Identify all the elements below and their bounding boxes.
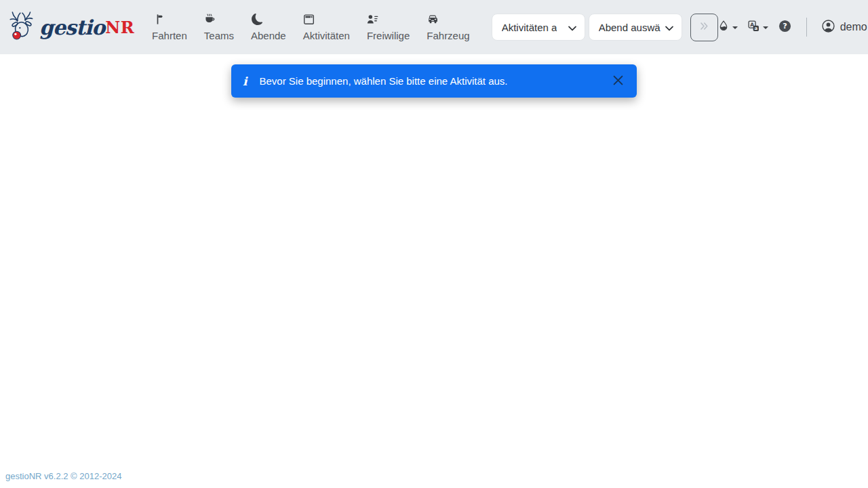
- language-dropdown[interactable]: A a: [748, 20, 768, 35]
- calendar-icon: [303, 14, 315, 26]
- help-button[interactable]: ?: [778, 20, 791, 35]
- nav-label: Aktivitäten: [303, 30, 350, 41]
- evening-select[interactable]: Abend auswä: [589, 14, 682, 41]
- activity-select[interactable]: Aktivitäten a: [492, 14, 585, 41]
- nav-item-freiwilige[interactable]: Freiwilige: [367, 14, 410, 41]
- footer-version-link[interactable]: gestioNR v6.2.2 © 2012-2024: [5, 471, 121, 481]
- svg-text:a: a: [754, 26, 757, 31]
- user-name: demo: [840, 21, 867, 33]
- alert-close-button[interactable]: [610, 73, 626, 90]
- nav-item-fahrten[interactable]: Fahrten: [152, 14, 187, 41]
- nav-label: Fahrzeug: [427, 30, 469, 41]
- nav-label: Teams: [204, 30, 234, 41]
- close-icon: [613, 75, 623, 87]
- nav-item-aktivitaeten[interactable]: Aktivitäten: [303, 14, 350, 41]
- chevron-down-icon: [568, 22, 576, 33]
- nav-item-teams[interactable]: Teams: [204, 14, 234, 41]
- nav-item-fahrzeug[interactable]: Fahrzeug: [427, 14, 469, 41]
- brand-logo-home[interactable]: gestio NR: [8, 10, 134, 44]
- person-circle-icon: [822, 20, 835, 35]
- main-navigation: Fahrten Teams: [152, 14, 470, 41]
- double-chevron-right-icon: [698, 20, 710, 34]
- droplet-half-icon: [718, 20, 729, 34]
- navbar-divider: [806, 18, 807, 37]
- caret-down-icon: [732, 26, 738, 29]
- activity-selection-controls: Aktivitäten a Abend auswä: [492, 14, 718, 41]
- alert-message: Bevor Sie beginnen, wählen Sie bitte ein…: [259, 75, 507, 87]
- info-alert: i Bevor Sie beginnen, wählen Sie bitte e…: [231, 64, 637, 98]
- caret-down-icon: [763, 26, 768, 29]
- go-button[interactable]: [690, 14, 718, 41]
- brand-name-gestio: gestio: [39, 16, 104, 39]
- moon-icon: [251, 14, 262, 26]
- chevron-down-icon: [665, 22, 673, 33]
- nav-label: Fahrten: [152, 30, 187, 41]
- activity-select-value: Aktivitäten a: [502, 22, 557, 33]
- svg-text:?: ?: [783, 22, 787, 30]
- user-menu[interactable]: demo: [822, 20, 868, 35]
- translate-icon: A a: [748, 20, 760, 35]
- info-icon: i: [243, 75, 247, 88]
- reindeer-icon: [8, 10, 39, 44]
- nav-label: Freiwilige: [367, 30, 410, 41]
- evening-select-value: Abend auswä: [599, 22, 660, 33]
- question-circle-icon: ?: [778, 20, 791, 35]
- theme-dropdown[interactable]: [718, 20, 738, 34]
- signpost-icon: [152, 14, 163, 26]
- coffee-cup-icon: [204, 14, 216, 26]
- top-navbar: gestio NR Fahrten: [0, 0, 868, 54]
- nav-label: Abende: [251, 30, 286, 41]
- nav-item-abende[interactable]: Abende: [251, 14, 286, 41]
- utility-menu: A a ?: [718, 18, 868, 37]
- car-icon: [427, 14, 439, 26]
- brand-name-nr: NR: [105, 18, 134, 37]
- person-lines-icon: [367, 14, 378, 26]
